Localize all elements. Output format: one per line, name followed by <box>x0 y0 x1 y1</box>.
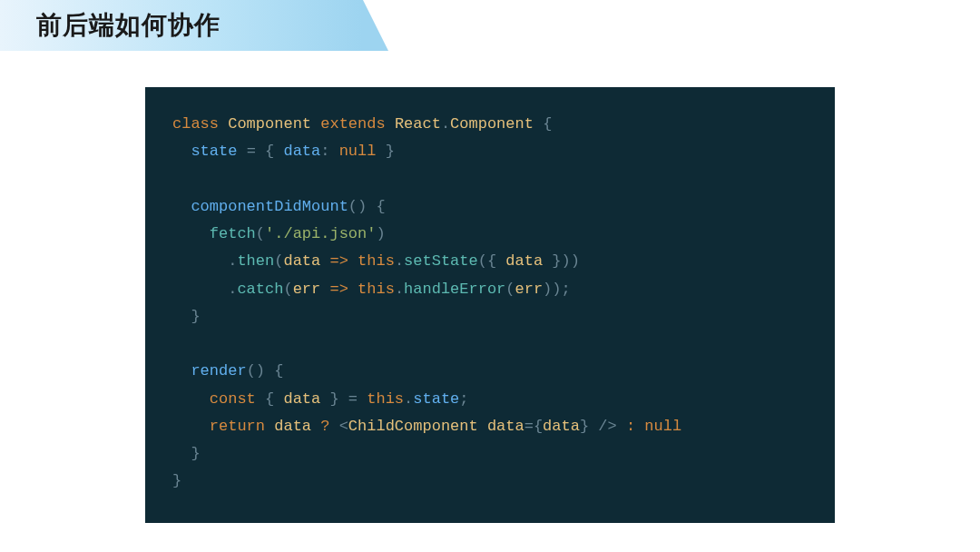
code-line-1: class Component extends React.Component … <box>172 111 808 138</box>
code-line-3 <box>172 166 808 193</box>
code-line-14: } <box>172 468 808 495</box>
code-line-12: return data ? <ChildComponent data={data… <box>172 413 808 440</box>
code-line-2: state = { data: null } <box>172 138 808 165</box>
slide-title: 前后端如何协作 <box>36 8 220 43</box>
code-line-7: .catch(err => this.handleError(err)); <box>172 276 808 303</box>
code-line-4: componentDidMount() { <box>172 193 808 221</box>
code-block: class Component extends React.Component … <box>145 87 835 523</box>
code-line-10: render() { <box>172 358 808 385</box>
code-line-9 <box>172 330 808 358</box>
code-line-11: const { data } = this.state; <box>172 386 808 413</box>
code-line-13: } <box>172 440 808 468</box>
code-line-8: } <box>172 303 808 330</box>
code-line-5: fetch('./api.json') <box>172 221 808 248</box>
code-line-6: .then(data => this.setState({ data })) <box>172 248 808 275</box>
slide-header-band: 前后端如何协作 <box>0 0 363 51</box>
